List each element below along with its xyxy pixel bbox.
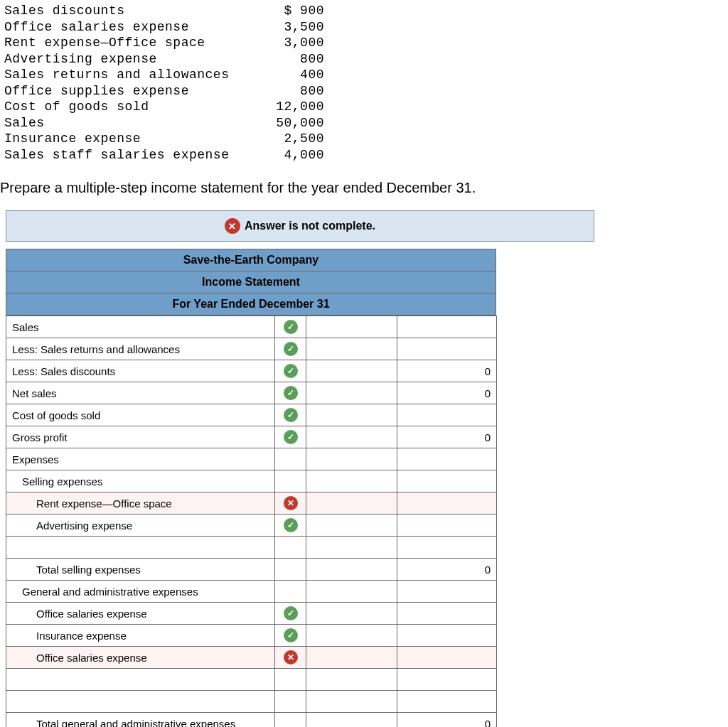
amount-col-2[interactable]	[397, 404, 497, 426]
amount-col-2[interactable]	[397, 316, 497, 338]
row-label[interactable]: Selling expenses	[6, 470, 275, 492]
amount-col-1[interactable]	[306, 647, 397, 669]
ledger-value: 4,000	[260, 147, 324, 163]
ledger-row: Cost of goods sold12,000	[4, 99, 728, 115]
ledger-row: Sales returns and allowances400	[4, 67, 728, 83]
amount-col-1[interactable]	[306, 492, 397, 515]
row-label[interactable]: Cost of goods sold	[6, 404, 275, 426]
row-label[interactable]: General and administrative expenses	[6, 581, 275, 603]
amount-col-2[interactable]	[397, 603, 497, 625]
row-label[interactable]: Less: Sales returns and allowances	[6, 338, 275, 360]
amount-col-2[interactable]	[397, 691, 497, 713]
amount-col-1[interactable]	[306, 338, 397, 360]
ledger-label: Advertising expense	[4, 51, 260, 68]
amount-col-1[interactable]	[306, 404, 397, 426]
ledger-label: Office salaries expense	[4, 19, 260, 36]
amount-col-1[interactable]	[306, 360, 397, 382]
check-icon	[284, 408, 298, 422]
row-label[interactable]: Total general and administrative expense…	[6, 713, 275, 728]
status-cell	[275, 691, 306, 713]
amount-col-1[interactable]	[306, 625, 397, 647]
table-row: Less: Sales discounts0	[6, 360, 497, 382]
amount-col-2[interactable]	[397, 669, 497, 691]
check-icon	[284, 430, 298, 444]
amount-col-1[interactable]	[306, 713, 397, 728]
amount-col-2[interactable]	[397, 338, 497, 360]
status-cell	[275, 559, 306, 581]
amount-col-2[interactable]	[397, 625, 497, 647]
table-row: Gross profit0	[6, 426, 497, 448]
row-label[interactable]	[6, 691, 275, 713]
ledger-label: Sales staff salaries expense	[4, 147, 260, 163]
status-cell	[275, 581, 306, 603]
amount-col-1[interactable]	[306, 603, 397, 625]
amount-col-2[interactable]: 0	[397, 713, 497, 728]
check-icon	[284, 342, 298, 356]
status-cell	[275, 647, 306, 669]
amount-col-2[interactable]	[397, 515, 497, 537]
ledger-row: Insurance expense2,500	[4, 131, 728, 147]
cross-icon	[284, 650, 298, 664]
row-label[interactable]: Advertising expense	[6, 515, 275, 537]
amount-col-1[interactable]	[306, 691, 397, 713]
amount-col-1[interactable]	[306, 470, 397, 492]
amount-col-1[interactable]	[306, 537, 397, 559]
amount-col-1[interactable]	[306, 559, 397, 581]
amount-col-1[interactable]	[306, 669, 397, 691]
row-label[interactable]	[6, 669, 275, 691]
table-row: Net sales0	[6, 382, 497, 404]
amount-col-1[interactable]	[306, 426, 397, 448]
amount-col-1[interactable]	[306, 581, 397, 603]
amount-col-1[interactable]	[306, 316, 397, 338]
row-label[interactable]: Office salaries expense	[6, 603, 275, 625]
table-row: General and administrative expenses	[6, 581, 497, 603]
table-row: Expenses	[6, 448, 497, 470]
row-label[interactable]: Sales	[6, 316, 275, 338]
table-row: Advertising expense	[6, 515, 497, 537]
status-message: Answer is not complete.	[245, 220, 375, 232]
amount-col-2[interactable]: 0	[397, 360, 497, 382]
row-label[interactable]: Office salaries expense	[6, 647, 275, 669]
amount-col-2[interactable]	[397, 492, 497, 515]
row-label[interactable]	[6, 537, 275, 559]
amount-col-2[interactable]: 0	[397, 426, 497, 448]
status-cell	[275, 515, 306, 537]
table-row	[6, 537, 497, 559]
row-label[interactable]: Gross profit	[6, 426, 275, 448]
amount-col-2[interactable]	[397, 448, 497, 470]
ledger-label: Sales returns and allowances	[4, 67, 260, 83]
table-row: Less: Sales returns and allowances	[6, 338, 497, 360]
row-label[interactable]: Less: Sales discounts	[6, 360, 275, 382]
amount-col-2[interactable]	[397, 470, 497, 492]
cross-icon	[284, 496, 298, 510]
amount-col-1[interactable]	[306, 515, 397, 537]
row-label[interactable]: Expenses	[6, 448, 275, 470]
row-label[interactable]: Total selling expenses	[6, 559, 275, 581]
statement-header: Save-the-Earth Company Income Statement …	[6, 249, 496, 316]
instruction-text: Prepare a multiple-step income statement…	[0, 167, 728, 210]
check-icon	[284, 320, 298, 334]
ledger-value: 12,000	[260, 99, 324, 115]
ledger-value: 3,000	[260, 35, 324, 51]
status-cell	[275, 713, 306, 728]
ledger-label: Office supplies expense	[4, 83, 260, 99]
ledger-row: Office supplies expense800	[4, 83, 728, 99]
amount-col-2[interactable]	[397, 581, 497, 603]
status-cell	[275, 492, 306, 515]
row-label[interactable]: Insurance expense	[6, 625, 275, 647]
check-icon	[284, 518, 298, 532]
amount-col-2[interactable]	[397, 537, 497, 559]
table-row: Cost of goods sold	[6, 404, 497, 426]
ledger-value: 800	[260, 51, 324, 68]
row-label[interactable]: Rent expense—Office space	[6, 492, 275, 515]
amount-col-1[interactable]	[306, 382, 397, 404]
ledger-row: Sales50,000	[4, 115, 728, 131]
amount-col-2[interactable]: 0	[397, 382, 497, 404]
amount-col-1[interactable]	[306, 448, 397, 470]
table-row: Rent expense—Office space	[6, 492, 497, 515]
amount-col-2[interactable]: 0	[397, 559, 497, 581]
row-label[interactable]: Net sales	[6, 382, 275, 404]
table-row	[6, 669, 497, 691]
amount-col-2[interactable]	[397, 647, 497, 669]
table-row: Total general and administrative expense…	[6, 713, 497, 728]
